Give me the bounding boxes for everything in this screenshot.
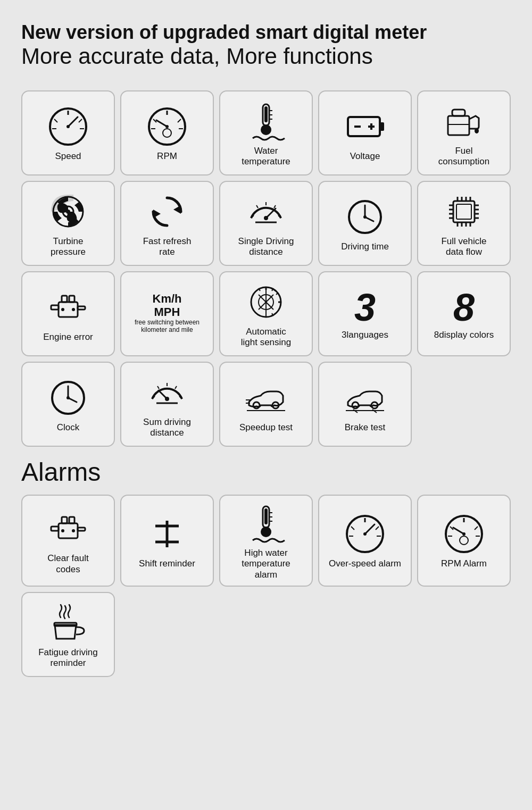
shift-label: Shift reminder	[139, 558, 195, 569]
languages-label: 3languages	[342, 330, 388, 340]
fuel-label: Fuelconsumption	[438, 146, 489, 168]
empty-cell	[417, 362, 511, 447]
kmmph-text: Km/hMPH	[153, 293, 182, 318]
svg-line-16	[156, 120, 167, 127]
svg-marker-37	[153, 210, 161, 218]
card-engine-error: Engine error	[21, 271, 115, 356]
card-languages: 3 3languages	[318, 271, 412, 356]
refresh-icon	[146, 190, 188, 233]
card-overspeed: Over-speed alarm	[318, 495, 412, 587]
svg-line-42	[274, 205, 276, 208]
card-brake: Brake test	[318, 362, 412, 447]
svg-point-49	[363, 215, 367, 219]
svg-line-3	[54, 119, 57, 122]
svg-line-41	[256, 205, 258, 208]
svg-point-116	[61, 529, 64, 532]
fatigue-label: Fatigue drivingreminder	[38, 647, 98, 669]
empty-cell-2	[120, 592, 214, 677]
svg-rect-24	[380, 122, 384, 131]
svg-point-101	[253, 402, 260, 408]
svg-point-106	[352, 402, 359, 408]
svg-point-73	[61, 308, 64, 311]
speedup-icon	[245, 377, 287, 419]
engine-icon	[47, 286, 89, 329]
empty-cell-5	[417, 592, 511, 677]
svg-line-130	[351, 527, 354, 530]
svg-rect-122	[264, 508, 268, 524]
card-sum-dist: Sum drivingdistance	[120, 362, 214, 447]
svg-rect-70	[69, 296, 74, 302]
svg-point-92	[66, 396, 70, 399]
svg-point-15	[163, 129, 171, 137]
card-water-temp: Watertemperature	[219, 90, 313, 176]
svg-rect-115	[78, 528, 85, 531]
rpm-icon	[146, 105, 188, 148]
water-temp-icon	[245, 100, 287, 143]
card-colors: 8 8display colors	[417, 271, 511, 356]
card-refresh: Fast refreshrate	[120, 181, 214, 266]
driving-time-label: Driving time	[341, 241, 389, 252]
data-flow-label: Full vehicledata flow	[441, 236, 486, 258]
water-temp-label: Watertemperature	[242, 146, 290, 168]
alarms-title: Alarms	[21, 457, 511, 487]
speed-icon	[47, 105, 89, 148]
svg-point-19	[261, 124, 271, 135]
svg-point-123	[261, 527, 271, 537]
svg-rect-113	[69, 517, 74, 523]
rpm2-icon	[443, 513, 485, 555]
voltage-icon	[344, 105, 386, 148]
turbine-icon	[47, 190, 89, 233]
svg-rect-51	[456, 204, 471, 219]
card-driving-time: Driving time	[318, 181, 412, 266]
single-dist-label: Single Drivingdistance	[238, 236, 294, 258]
svg-line-5	[79, 119, 82, 122]
card-single-dist: Single Drivingdistance	[219, 181, 313, 266]
features-row4: Clock Sum drivingdistance	[21, 362, 511, 447]
refresh-label: Fast refreshrate	[143, 236, 192, 258]
page-header: New version of upgraded smart digital me…	[21, 16, 511, 74]
svg-rect-18	[264, 106, 268, 122]
svg-rect-71	[51, 305, 59, 310]
turbine-label: Turbinepressure	[51, 236, 86, 258]
features-row2: Turbinepressure Fast refreshrate	[21, 181, 511, 266]
svg-rect-23	[348, 117, 380, 136]
header-title-light: More accurate data, More functions	[21, 44, 511, 69]
shift-icon	[146, 513, 188, 555]
card-rpm-alarm: RPM Alarm	[417, 495, 511, 587]
colors-label: 8display colors	[434, 330, 494, 340]
svg-rect-69	[62, 296, 67, 302]
single-dist-icon	[245, 190, 287, 233]
features-row3: Engine error Km/hMPH free switching betw…	[21, 271, 511, 356]
svg-point-31	[475, 128, 479, 133]
speedup-label: Speedup test	[239, 422, 293, 433]
card-voltage: Voltage	[318, 90, 412, 176]
rpm-label: RPM	[157, 151, 177, 162]
card-km-mph: Km/hMPH free switching betweenkilometer …	[120, 271, 214, 356]
overspeed-label: Over-speed alarm	[329, 558, 401, 569]
water-temp2-icon	[245, 502, 287, 545]
engine2-icon	[47, 507, 89, 550]
chip-icon	[443, 190, 485, 233]
card-auto-light: Automaticlight sensing	[219, 271, 313, 356]
svg-line-132	[376, 527, 379, 530]
speed-label: Speed	[55, 151, 81, 162]
clock-label: Clock	[57, 422, 80, 433]
alarms-row1: Clear faultcodes Shift reminder High wat…	[21, 495, 511, 587]
num8-icon: 8	[453, 288, 475, 327]
speedometer2-icon	[344, 513, 386, 555]
card-speedup: Speedup test	[219, 362, 313, 447]
svg-point-117	[72, 529, 75, 532]
svg-rect-72	[78, 306, 85, 310]
card-turbine: Turbinepressure	[21, 181, 115, 266]
aperture-icon	[245, 281, 287, 323]
card-speed: Speed	[21, 90, 115, 176]
card-rpm: RPM	[120, 90, 214, 176]
engine-error-label: Engine error	[43, 332, 93, 343]
svg-rect-112	[62, 517, 67, 523]
rpm-alarm-label: RPM Alarm	[441, 558, 487, 569]
sum-dist-icon	[146, 371, 188, 414]
card-data-flow: Full vehicledata flow	[417, 181, 511, 266]
empty-cell-4	[318, 592, 412, 677]
card-clear-fault: Clear faultcodes	[21, 495, 115, 587]
num3-icon: 3	[354, 288, 376, 327]
